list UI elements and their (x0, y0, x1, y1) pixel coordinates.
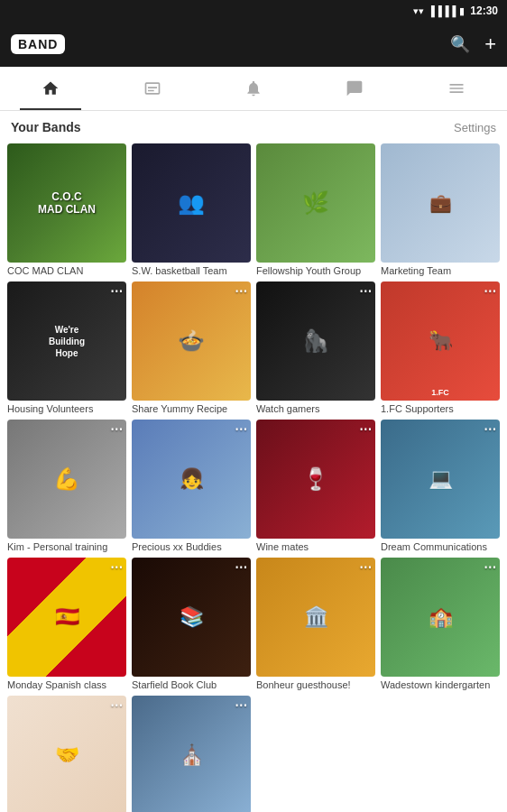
band-thumb-fc: 🐂1.FC ⋯ (381, 281, 500, 401)
header-actions: 🔍 + (450, 32, 496, 56)
band-thumb-dream: 💻 ⋯ (381, 420, 500, 539)
signal-icon: ▐▐▐▐ (428, 5, 456, 16)
band-item-sw[interactable]: 👥 S.W. basketball Team (132, 143, 251, 276)
main-content: Your Bands Settings C.O.CMAD CLAN COC MA… (0, 111, 507, 812)
band-name-coc: COC MAD CLAN (7, 265, 126, 276)
bands-grid: C.O.CMAD CLAN COC MAD CLAN 👥 S.W. basket… (7, 143, 500, 812)
nav-tabs (0, 67, 507, 111)
tab-menu[interactable] (406, 67, 507, 110)
band-item-bonheur[interactable]: 🏛️ ⋯ Bonheur guesthouse! (256, 558, 375, 690)
more-btn-kim[interactable]: ⋯ (110, 423, 123, 436)
band-thumb-marketing: 💼 (381, 143, 500, 263)
band-thumb-housing: We'reBuildingHope ⋯ (7, 281, 126, 401)
band-thumb-starfield: 📚 ⋯ (132, 558, 251, 677)
band-thumb-watch: 🦍 ⋯ (256, 281, 375, 401)
band-thumb-coc: C.O.CMAD CLAN (7, 143, 126, 263)
band-thumb-jina: 🤝 ⋯ (7, 696, 126, 812)
wifi-icon: ▾▾ (413, 5, 424, 17)
band-logo: BAND (11, 34, 65, 54)
band-name-precious: Precious xx Buddies (132, 541, 251, 552)
band-thumb-wine: 🍷 ⋯ (256, 420, 375, 539)
more-btn-wine[interactable]: ⋯ (359, 423, 372, 436)
more-btn-starfield[interactable]: ⋯ (235, 561, 247, 574)
battery-icon: ▮ (459, 5, 465, 17)
band-thumb-yummy: 🍲 ⋯ (132, 281, 251, 401)
band-thumb-sw: 👥 (132, 143, 251, 263)
section-header: Your Bands Settings (7, 120, 500, 134)
band-name-fc: 1.FC Supporters (381, 403, 500, 414)
band-thumb-bonheur: 🏛️ ⋯ (256, 558, 375, 677)
band-item-jina[interactable]: 🤝 ⋯ Everything about Jina (7, 696, 126, 812)
add-icon[interactable]: + (484, 32, 496, 56)
band-item-kim[interactable]: 💪 ⋯ Kim - Personal training (7, 420, 126, 552)
more-btn-watch[interactable]: ⋯ (359, 285, 372, 298)
status-bar: ▾▾ ▐▐▐▐ ▮ 12:30 (0, 0, 507, 22)
band-item-dream[interactable]: 💻 ⋯ Dream Communications (381, 420, 500, 552)
band-name-dream: Dream Communications (381, 541, 500, 552)
status-time: 12:30 (470, 5, 498, 17)
band-item-watch[interactable]: 🦍 ⋯ Watch gamers (256, 281, 375, 414)
tab-notifications[interactable] (203, 67, 304, 110)
band-name-spanish: Monday Spanish class (7, 679, 126, 690)
band-name-marketing: Marketing Team (381, 265, 500, 276)
tab-home[interactable] (0, 67, 101, 110)
band-item-wine[interactable]: 🍷 ⋯ Wine mates (256, 420, 375, 552)
more-btn-yummy[interactable]: ⋯ (235, 285, 247, 298)
band-thumb-wade: 🏫 ⋯ (381, 558, 500, 677)
band-item-starfield[interactable]: 📚 ⋯ Starfield Book Club (132, 558, 251, 690)
band-item-fellowship[interactable]: 🌿 Fellowship Youth Group (256, 143, 375, 276)
band-name-bonheur: Bonheur guesthouse! (256, 679, 375, 690)
band-thumb-fellowship: 🌿 (256, 143, 375, 263)
band-thumb-precious: 👧 ⋯ (132, 420, 251, 539)
band-name-kim: Kim - Personal training (7, 541, 126, 552)
more-btn-traveling[interactable]: ⋯ (235, 699, 247, 712)
band-item-spanish[interactable]: 🇪🇸 ⋯ Monday Spanish class (7, 558, 126, 690)
band-name-sw: S.W. basketball Team (132, 265, 251, 276)
more-btn-bonheur[interactable]: ⋯ (359, 561, 372, 574)
band-item-fc[interactable]: 🐂1.FC ⋯ 1.FC Supporters (381, 281, 500, 414)
status-icons: ▾▾ ▐▐▐▐ ▮ (413, 5, 465, 17)
band-name-starfield: Starfield Book Club (132, 679, 251, 690)
band-item-precious[interactable]: 👧 ⋯ Precious xx Buddies (132, 420, 251, 552)
band-name-housing: Housing Volunteers (7, 403, 126, 414)
more-btn-precious[interactable]: ⋯ (235, 423, 247, 436)
section-title: Your Bands (11, 120, 81, 134)
band-name-fellowship: Fellowship Youth Group (256, 265, 375, 276)
search-icon[interactable]: 🔍 (450, 34, 470, 54)
band-item-marketing[interactable]: 💼 Marketing Team (381, 143, 500, 276)
tab-card[interactable] (101, 67, 202, 110)
band-item-coc[interactable]: C.O.CMAD CLAN COC MAD CLAN (7, 143, 126, 276)
band-name-wine: Wine mates (256, 541, 375, 552)
settings-link[interactable]: Settings (454, 121, 496, 134)
more-btn-housing[interactable]: ⋯ (110, 285, 123, 298)
band-thumb-spanish: 🇪🇸 ⋯ (7, 558, 126, 677)
band-name-watch: Watch gamers (256, 403, 375, 414)
band-thumb-kim: 💪 ⋯ (7, 420, 126, 539)
more-btn-dream[interactable]: ⋯ (484, 423, 496, 436)
band-name-wade: Wadestown kindergarten (381, 679, 500, 690)
band-item-yummy[interactable]: 🍲 ⋯ Share Yummy Recipe (132, 281, 251, 414)
more-btn-fc[interactable]: ⋯ (484, 285, 496, 298)
band-item-wade[interactable]: 🏫 ⋯ Wadestown kindergarten (381, 558, 500, 690)
band-name-yummy: Share Yummy Recipe (132, 403, 251, 414)
band-thumb-traveling: ⛪ ⋯ (132, 696, 251, 812)
band-item-traveling[interactable]: ⛪ ⋯ Traveling Together☆ (132, 696, 251, 812)
tab-chat[interactable] (304, 67, 405, 110)
more-btn-jina[interactable]: ⋯ (110, 699, 123, 712)
more-btn-wade[interactable]: ⋯ (484, 561, 496, 574)
band-item-housing[interactable]: We'reBuildingHope ⋯ Housing Volunteers (7, 281, 126, 414)
more-btn-spanish[interactable]: ⋯ (110, 561, 123, 574)
app-header: BAND 🔍 + (0, 22, 507, 67)
